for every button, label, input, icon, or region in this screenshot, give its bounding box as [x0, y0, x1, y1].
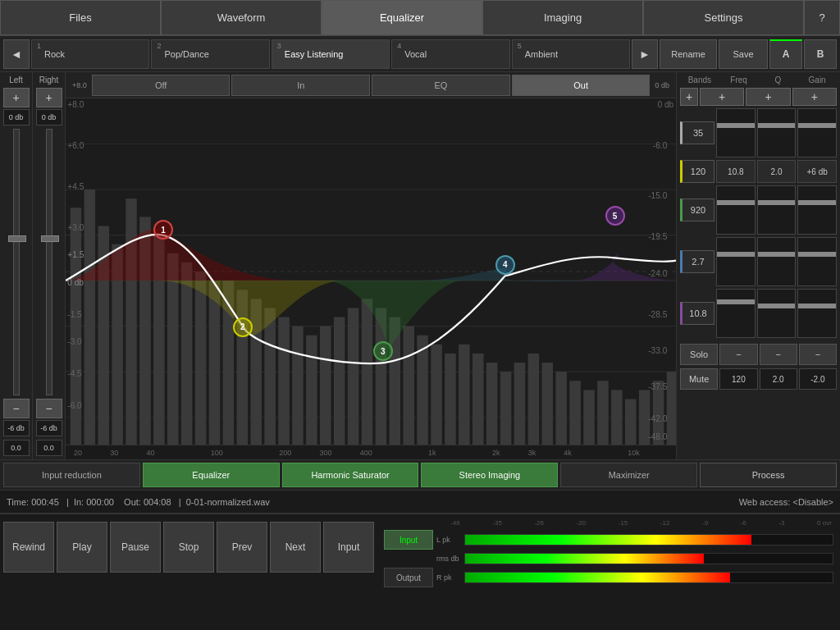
q-plus-btn[interactable]: + [746, 88, 790, 106]
band-35-gain-thumb[interactable] [798, 123, 836, 128]
band-27-q-thumb[interactable] [758, 252, 796, 257]
preset-rock-label: Rock [44, 49, 65, 59]
right-channel-label: Right [39, 75, 58, 84]
band-27-gain-fader[interactable] [797, 237, 837, 286]
eq-node-3[interactable]: 3 [373, 341, 393, 361]
band-920-freq-thumb[interactable] [717, 200, 755, 205]
band-35-q-thumb[interactable] [758, 123, 796, 128]
minus-2-button[interactable]: − [760, 344, 797, 365]
band-35-freq-thumb[interactable] [717, 123, 755, 128]
band-27-box[interactable]: 2.7 [680, 250, 714, 273]
right-fader-track[interactable] [46, 129, 52, 395]
bands-panel-header: Bands Freq Q Gain [680, 75, 837, 84]
preset-popdance[interactable]: 2 Pop/Dance [151, 39, 269, 69]
nav-imaging[interactable]: Imaging [482, 0, 643, 35]
band-35-faders [716, 108, 837, 158]
input-io-button[interactable]: Input [384, 530, 433, 550]
preset-b-button[interactable]: B [804, 39, 837, 69]
svg-rect-41 [528, 354, 540, 445]
preset-next-arrow[interactable]: ► [632, 39, 658, 69]
band-108-box[interactable]: 10.8 [680, 302, 714, 325]
eq-mode-eq[interactable]: EQ [372, 75, 510, 96]
nav-files[interactable]: Files [0, 0, 161, 35]
band-35-gain-fader[interactable] [797, 108, 837, 158]
harmonic-saturator-button[interactable]: Harmonic Saturator [282, 463, 419, 487]
band-108-freq-fader[interactable] [716, 289, 756, 338]
equalizer-button[interactable]: Equalizer [143, 463, 280, 487]
stereo-imaging-button[interactable]: Stereo Imaging [421, 463, 558, 487]
left-fader-track[interactable] [13, 129, 20, 395]
left-gain-plus[interactable]: + [3, 88, 30, 107]
eq-mode-in[interactable]: In [231, 75, 370, 96]
left-fader-thumb[interactable] [8, 235, 26, 242]
band-27-freq-fader[interactable] [716, 237, 756, 286]
eq-mode-out[interactable]: Out [512, 75, 651, 96]
prev-button[interactable]: Prev [217, 522, 267, 573]
right-db-neg: -6 db [36, 420, 62, 436]
band-108-gain-fader[interactable] [797, 289, 837, 338]
svg-rect-17 [195, 272, 207, 445]
eq-svg: +8.0 +6.0 +4.5 +3.0 +1.5 0 db -1.5 -3.0 … [66, 98, 676, 445]
band-27-freq-thumb[interactable] [717, 252, 755, 257]
right-gain-plus[interactable]: + [36, 88, 62, 107]
preset-easy-listening[interactable]: 3 Easy Listening [272, 39, 390, 69]
play-button[interactable]: Play [57, 522, 107, 573]
preset-vocal[interactable]: 4 Vocal [391, 39, 509, 69]
minus-1-button[interactable]: − [719, 344, 757, 365]
preset-rename-button[interactable]: Rename [660, 39, 717, 69]
eq-node-2[interactable]: 2 [233, 317, 253, 337]
band-35-q-fader[interactable] [757, 108, 797, 158]
nav-settings[interactable]: Settings [643, 0, 804, 35]
preset-rock[interactable]: 1 Rock [31, 39, 149, 69]
band-108-gain-thumb[interactable] [798, 304, 836, 308]
preset-a-button[interactable]: A [769, 39, 802, 69]
eq-canvas[interactable]: +8.0 +6.0 +4.5 +3.0 +1.5 0 db -1.5 -3.0 … [66, 98, 676, 445]
l-pk-fill [465, 535, 751, 545]
right-gain-minus[interactable]: − [36, 399, 62, 418]
eq-mode-off[interactable]: Off [92, 75, 231, 96]
nav-waveform[interactable]: Waveform [161, 0, 322, 35]
preset-save-button[interactable]: Save [719, 39, 768, 69]
bands-plus-btn[interactable]: + [680, 88, 698, 106]
band-120-box[interactable]: 120 [680, 160, 714, 183]
band-108-q-thumb[interactable] [758, 304, 796, 308]
rewind-button[interactable]: Rewind [3, 522, 54, 573]
band-35-freq-fader[interactable] [716, 108, 756, 158]
gain-plus-btn[interactable]: + [792, 88, 837, 106]
band-920-freq-fader[interactable] [716, 185, 756, 235]
band-27-gain-thumb[interactable] [798, 252, 836, 257]
freq-plus-btn[interactable]: + [700, 88, 744, 106]
maximizer-button[interactable]: Maximizer [560, 463, 697, 487]
band-920-box[interactable]: 920 [680, 199, 714, 221]
band-920-gain-thumb[interactable] [798, 200, 836, 205]
band-35-row: 35 [680, 108, 837, 158]
right-fader-thumb[interactable] [41, 235, 59, 242]
output-io-button[interactable]: Output [384, 568, 433, 587]
nav-equalizer[interactable]: Equalizer [322, 0, 482, 35]
stop-button[interactable]: Stop [163, 522, 214, 573]
band-35-box[interactable]: 35 [680, 121, 714, 144]
input-reduction-button[interactable]: Input reduction [3, 463, 140, 487]
band-27-q-fader[interactable] [757, 237, 797, 286]
eq-node-4[interactable]: 4 [495, 255, 515, 275]
svg-rect-46 [597, 381, 609, 445]
band-108-freq-thumb[interactable] [717, 299, 755, 304]
preset-prev-arrow[interactable]: ◄ [3, 39, 30, 69]
eq-node-1[interactable]: 1 [153, 220, 173, 240]
solo-button[interactable]: Solo [680, 344, 718, 365]
pause-button[interactable]: Pause [110, 522, 161, 573]
left-gain-minus[interactable]: − [3, 399, 30, 418]
eq-node-5[interactable]: 5 [605, 206, 625, 226]
mute-button[interactable]: Mute [680, 368, 718, 390]
svg-rect-51 [667, 372, 676, 445]
input-button[interactable]: Input [323, 522, 374, 573]
process-button[interactable]: Process [700, 463, 837, 487]
preset-ambient[interactable]: 5 Ambient [512, 39, 630, 69]
band-108-q-fader[interactable] [757, 289, 797, 338]
next-button[interactable]: Next [270, 522, 321, 573]
band-920-q-thumb[interactable] [758, 200, 796, 205]
band-920-q-fader[interactable] [757, 185, 797, 235]
band-920-gain-fader[interactable] [797, 185, 837, 235]
minus-3-button[interactable]: − [799, 344, 837, 365]
nav-help[interactable]: ? [804, 0, 840, 35]
